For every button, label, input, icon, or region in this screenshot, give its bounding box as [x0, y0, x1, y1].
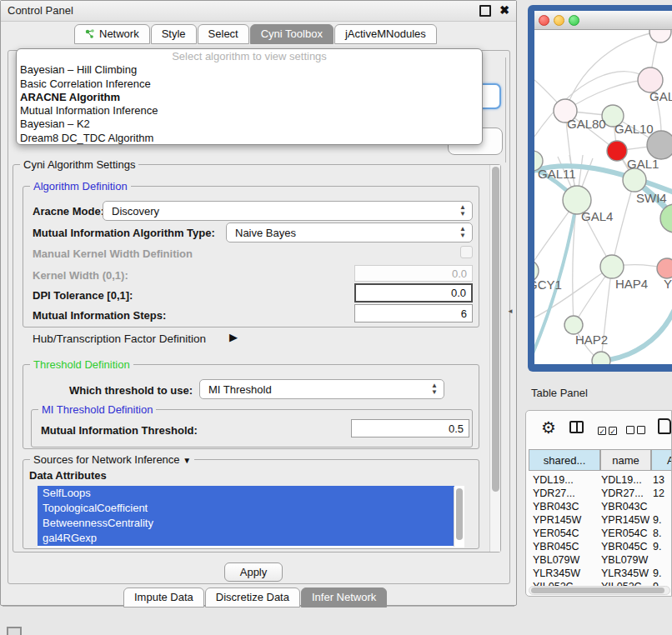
tab-jactivemnodules[interactable]: jActiveMNodules [334, 24, 437, 44]
mi-threshold-value: 0.5 [449, 422, 464, 435]
which-threshold-label: Which threshold to use: [26, 384, 193, 397]
algorithm-option-dream8-dc-tdc-algorithm[interactable]: Dream8 DC_TDC Algorithm [17, 132, 482, 145]
attributes-scrollbar-thumb[interactable] [456, 488, 463, 540]
network-node-swi4[interactable] [623, 168, 646, 192]
close-panel-icon[interactable]: ✖ [499, 5, 509, 16]
mi-steps-field[interactable]: 6 [354, 304, 473, 322]
kernel-width-field[interactable]: 0.0 [354, 265, 473, 282]
network-node-label: GCY1 [534, 278, 562, 292]
table-row[interactable]: YDL19...YDL19...13 [526, 474, 672, 488]
network-canvas[interactable]: GALGAL80GAL10GAL1GAL11SWI4GAL4GCY1HAP4YH… [534, 30, 672, 364]
data-attributes-list[interactable]: SelfLoopsTopologicalCoefficientBetweenne… [38, 486, 464, 548]
network-node-label: GAL [649, 89, 672, 103]
mi-type-combo[interactable]: Naive Bayes ▲▼ [226, 222, 473, 242]
table-hscrollbar[interactable] [529, 586, 670, 595]
network-node-label: GAL4 [581, 209, 613, 223]
bottom-tab-infer-network-label: Infer Network [312, 591, 376, 603]
algorithm-option-basic-correlation-inference[interactable]: Basic Correlation Inference [17, 78, 482, 91]
network-node[interactable] [660, 204, 672, 232]
bottom-tab-discretize-data-label: Discretize Data [216, 591, 289, 603]
settings-scrollbar[interactable] [489, 165, 500, 552]
cutoff-corner-button[interactable] [7, 627, 22, 635]
tab-network[interactable]: Network [74, 24, 150, 44]
document-icon[interactable] [658, 418, 671, 434]
select-all-checks-icon[interactable]: ✓✓ [598, 422, 617, 438]
expand-arrow-icon[interactable]: ▶ [229, 331, 238, 343]
attribute-item-topologicalcoefficient[interactable]: TopologicalCoefficient [38, 501, 454, 516]
mi-steps-label: Mutual Information Steps: [33, 309, 166, 322]
manual-kernel-checkbox[interactable] [460, 246, 473, 258]
column-header-name[interactable]: name [600, 449, 651, 471]
table-cell: YLR345W [601, 568, 649, 579]
tab-cyni-toolbox[interactable]: Cyni Toolbox [250, 24, 333, 44]
table-row[interactable]: YLR345WYLR345W9. [526, 568, 672, 581]
control-panel-tabs: NetworkStyleSelectCyni ToolboxjActiveMNo… [74, 24, 438, 44]
attribute-item-gal4rgexp[interactable]: gal4RGexp [38, 531, 454, 546]
network-node[interactable] [649, 30, 671, 42]
close-window-icon[interactable] [539, 15, 549, 26]
float-window-icon[interactable] [479, 5, 491, 17]
table-cell: YBR045C [533, 541, 598, 552]
tab-style[interactable]: Style [151, 24, 197, 44]
dpi-tolerance-label: DPI Tolerance [0,1]: [33, 289, 133, 302]
bottom-tab-discretize-data[interactable]: Discretize Data [205, 588, 300, 608]
mi-threshold-field[interactable]: 0.5 [351, 419, 469, 438]
algorithm-definition-title: Algorithm Definition [30, 180, 131, 192]
which-threshold-combo[interactable]: MI Threshold ▲▼ [199, 379, 444, 399]
dpi-tolerance-field[interactable]: 0.0 [354, 283, 473, 302]
column-header-extra[interactable]: A [651, 449, 672, 471]
aracne-mode-combo[interactable]: Discovery ▲▼ [103, 201, 473, 221]
apply-button[interactable]: Apply [224, 562, 283, 582]
algorithm-option-bayesian-k2[interactable]: Bayesian – K2 [17, 118, 482, 131]
cyni-algorithm-settings-title: Cyni Algorithm Settings [20, 158, 138, 171]
network-node-gal1[interactable] [607, 141, 627, 161]
table-row[interactable]: YBR045CYBR045C9. [526, 541, 672, 554]
network-window-titlebar[interactable] [534, 11, 672, 30]
gear-icon[interactable]: ⚙ [541, 418, 556, 438]
network-node[interactable] [592, 352, 610, 364]
deselect-checks-icon[interactable] [626, 422, 645, 438]
collapse-arrow-icon[interactable]: ▼ [183, 456, 191, 465]
attributes-scrollbar[interactable] [454, 487, 464, 547]
bottom-tab-impute-data[interactable]: Impute Data [123, 588, 204, 608]
algorithm-option-mutual-information-inference[interactable]: Mutual Information Inference [17, 104, 482, 118]
network-node-label: SWI4 [636, 191, 667, 205]
threshold-definition-title: Threshold Definition [30, 358, 133, 371]
table-row[interactable]: YER054CYER054C8. [526, 528, 672, 541]
network-icon [85, 28, 95, 39]
tab-select[interactable]: Select [198, 24, 249, 44]
mi-type-label: Mutual Information Algorithm Type: [33, 227, 215, 239]
splitter-grip-icon[interactable]: ◄ [507, 308, 514, 315]
attribute-item-selfloops[interactable]: SelfLoops [38, 486, 454, 501]
table-cell: YBR043C [533, 501, 598, 512]
network-node-hap4[interactable] [600, 255, 624, 278]
network-edge-highlighted [601, 301, 672, 361]
table-row[interactable]: YBR043CYBR043C [526, 501, 672, 514]
table-hscrollbar-thumb[interactable] [531, 588, 664, 593]
network-node-label: GAL1 [627, 157, 659, 171]
table-row[interactable]: YPR145WYPR145W9. [526, 514, 672, 528]
combo-arrows-icon: ▲▼ [459, 226, 466, 239]
split-columns-icon[interactable] [569, 421, 584, 433]
settings-scrollbar-thumb[interactable] [492, 167, 499, 492]
bottom-tab-infer-network[interactable]: Infer Network [301, 588, 387, 608]
attribute-item-betweennesscentrality[interactable]: BetweennessCentrality [38, 516, 454, 531]
network-node-hap2[interactable] [564, 316, 583, 334]
hub-definition-label[interactable]: Hub/Transcription Factor Definition [33, 332, 206, 345]
network-node-y[interactable] [657, 258, 672, 278]
table-row[interactable]: YDR27...YDR27...12 [526, 488, 672, 501]
mi-threshold-group-title: MI Threshold Definition [38, 403, 156, 416]
network-graph[interactable]: GALGAL80GAL10GAL1GAL11SWI4GAL4GCY1HAP4YH… [534, 30, 672, 364]
network-node-label: GAL11 [538, 167, 576, 181]
dpi-tolerance-value: 0.0 [451, 287, 466, 299]
control-panel-titlebar: Control Panel ✖ [1, 1, 516, 22]
table-cell: 12 [653, 488, 672, 499]
algorithm-option-bayesian-hill-climbing[interactable]: Bayesian – Hill Climbing [17, 63, 482, 77]
column-header-shared[interactable]: shared... [529, 449, 600, 471]
table-cell: YPR145W [601, 514, 649, 526]
algorithm-option-aracne-algorithm[interactable]: ARACNE Algorithm [17, 91, 482, 104]
table-row[interactable]: YBL079WYBL079W [526, 554, 672, 568]
zoom-window-icon[interactable] [569, 15, 579, 26]
minimize-window-icon[interactable] [554, 15, 564, 26]
table-cell: YDR27... [601, 488, 649, 499]
